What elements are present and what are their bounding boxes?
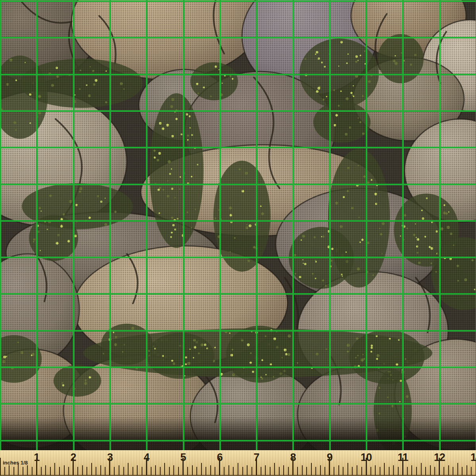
ruler-tick [205,467,206,475]
ruler-tick [242,467,243,475]
ruler-tick [251,467,252,475]
ruler-tick [119,465,119,475]
ruler-tick [466,465,467,475]
ruler-tick [50,467,51,475]
ruler-tick [137,465,138,475]
moss-patch [54,365,101,397]
ruler-tick [288,467,289,475]
ruler-tick [443,467,444,475]
moss-patch [150,93,203,248]
ruler-tick [201,463,202,475]
ruler-tick [23,467,23,475]
ruler-tick [123,467,124,475]
ruler-tick [0,458,1,475]
ruler-tick [411,465,412,475]
ruler-tick [357,465,357,475]
ruler-tick [224,467,225,475]
ruler-tick [169,467,170,475]
ruler-unit-label: inches 1/8 [3,460,28,466]
ruler-tick [453,467,453,475]
ruler-tick [91,463,92,475]
moss-patch [289,227,354,289]
ruler-tick [132,467,133,475]
ruler-tick [128,463,129,475]
ruler-tick [261,467,261,475]
ruler-tick [54,463,55,475]
ruler-tick [457,463,458,475]
ruler-tick [64,465,65,475]
ruler-tick [100,465,101,475]
ruler-tick [73,458,74,475]
moss-patch [101,324,153,365]
ruler-tick [215,467,215,475]
ruler-tick [59,467,60,475]
ruler-tick [311,463,312,475]
ruler-tick [13,467,14,475]
ruler-tick [4,467,5,475]
ruler-tick [164,463,165,475]
ruler-tick [425,467,426,475]
ruler-tick [96,467,96,475]
ruler-tick [270,467,271,475]
ruler-tick [77,467,78,475]
inch-ruler: inches 1/8 12345678910111213 [0,450,476,476]
ruler-tick [320,465,321,475]
ruler-tick [238,463,238,475]
fabric-swatch-photo: inches 1/8 12345678910111213 [0,0,476,476]
ruler-tick [187,467,188,475]
ruler-tick [173,465,174,475]
ruler-tick [329,458,330,475]
ruler-tick [160,467,161,475]
ruler-tick [462,467,463,475]
ruler-tick [315,467,316,475]
ruler-tick [192,465,193,475]
ruler-tick [471,467,472,475]
ruler-tick [343,467,344,475]
ruler-tick [142,467,142,475]
ruler-tick [41,467,42,475]
ruler-tick [146,458,147,475]
ruler-tick [416,467,417,475]
ruler-tick [361,467,362,475]
ruler-tick [389,467,390,475]
ruler-tick [27,465,28,475]
moss-patch [313,102,370,143]
moss-patch [226,326,294,383]
bottom-shadow [0,416,476,450]
ruler-tick [210,465,211,475]
ruler-tick [247,465,248,475]
ruler-tick [32,467,33,475]
moss-patch [213,161,271,272]
ruler-tick [421,463,422,475]
ruler-tick [302,465,303,475]
ruler-tick [151,467,152,475]
ruler-tick [109,458,110,475]
ruler-tick [45,465,46,475]
ruler-tick [439,458,440,475]
ruler-tick [18,463,19,475]
ruler-tick [219,458,220,475]
ruler-tick [279,467,280,475]
ruler-tick [68,467,69,475]
moss-patch [147,333,214,379]
moss-patch [29,215,78,261]
ruler-tick [274,463,275,475]
ruler-tick [228,465,229,475]
ruler-tick [380,467,380,475]
ruler-tick [256,458,257,475]
ruler-tick [86,467,87,475]
ruler-tick [402,458,403,475]
ruler-tick [430,465,431,475]
ruler-tick [9,465,10,475]
ruler-tick [265,465,266,475]
ruler-tick [292,458,294,475]
ruler-tick [352,467,353,475]
ruler-tick [306,467,307,475]
ruler-tick [407,467,408,475]
ruler-tick [434,467,435,475]
ruler-tick [233,467,234,475]
moss-patch [299,38,379,108]
ruler-tick [283,465,284,475]
stone-pattern-artwork [0,0,476,450]
ruler-tick [182,458,184,475]
